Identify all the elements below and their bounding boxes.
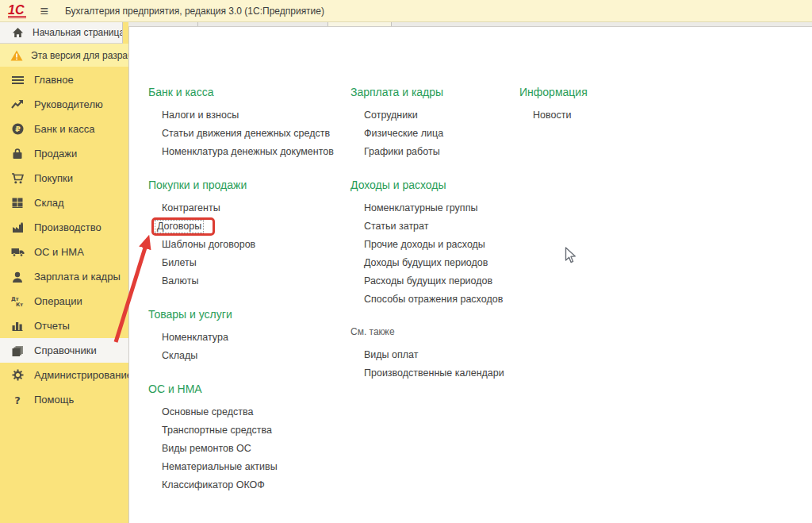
sidebar-item-label: Зарплата и кадры [34,271,121,283]
dev-version-warning[interactable]: Эта версия для разработ [0,44,128,67]
sidebar-item-bank-i-kassa[interactable]: ₽ Банк и касса [0,117,128,141]
sidebar-item-glavnoe[interactable]: Главное [0,67,128,92]
menu-link[interactable]: Налоги и взносы [148,106,334,125]
sidebar-item-proizvodstvo[interactable]: Производство [0,215,128,240]
sidebar-item-label: Операции [34,295,82,307]
section-title: ОС и НМА [148,382,334,396]
warning-label: Эта версия для разработ [31,50,128,61]
section-os-i-nma: ОС и НМА Основные средства Транспортные … [148,382,334,494]
menu-link[interactable]: Контрагенты [148,199,334,217]
section-title: Зарплата и кадры [350,85,504,99]
menu-link[interactable]: Доходы будущих периодов [350,254,504,272]
sidebar-item-pokupki[interactable]: Покупки [0,166,128,190]
section-title: Доходы и расходы [350,178,504,192]
menu-link[interactable]: Шаблоны договоров [148,236,334,254]
svg-text:Кт: Кт [16,302,23,307]
menu-link[interactable]: Способы отражения расходов [350,290,504,309]
section-title: Информация [519,85,588,99]
annotation-highlight-box: Договоры [151,217,215,236]
menu-link[interactable]: Виды ремонтов ОС [148,440,334,458]
menu-lines-icon [10,74,25,87]
menu-link[interactable]: Билеты [148,254,334,272]
sidebar-item-label: Отчеты [34,320,70,332]
section-informaciya: Информация Новости [519,85,588,125]
sidebar-item-label: Производство [34,221,102,233]
menu-link[interactable]: Валюты [148,272,334,290]
main-menu-icon[interactable]: ≡ [40,4,48,18]
sidebar-item-label: Покупки [34,172,73,184]
menu-link[interactable]: Номенклатурные группы [350,199,504,217]
cart-icon [10,172,25,185]
sidebar-item-label: Администрирование [34,369,128,381]
person-icon [10,271,25,283]
warning-icon [10,49,24,62]
sidebar-item-zarplata-i-kadry[interactable]: Зарплата и кадры [0,264,128,289]
sidebar-item-prodazhi[interactable]: Продажи [0,141,128,166]
menu-column-2: Зарплата и кадры Сотрудники Физические л… [350,85,504,399]
section-dohody-i-rashody: Доходы и расходы Номенклатурные группы С… [350,178,504,309]
section-title: Покупки и продажи [148,178,334,192]
menu-link[interactable]: Склады [148,347,334,365]
tab-home-page[interactable]: Начальная страница [0,22,123,44]
section-title: См. также [350,325,504,338]
home-tab-label: Начальная страница [33,27,123,38]
focused-link-label[interactable]: Договоры [155,220,204,233]
bar-chart-icon [10,320,25,333]
menu-link[interactable]: Виды оплат [350,346,504,364]
menu-link-dogovory[interactable]: Договоры [148,217,334,236]
section-title: Банк и касса [148,85,334,99]
sidebar-item-rukovoditelyu[interactable]: Руководителю [0,92,128,117]
1c-logo-icon: 1С [8,4,26,18]
menu-link[interactable]: Статьи движения денежных средств [148,125,334,143]
menu-link[interactable]: Основные средства [148,403,334,421]
menu-link[interactable]: Номенклатура [148,329,334,347]
gear-icon [10,369,25,382]
sidebar-nav: Главное Руководителю ₽ Банк и касса Прод… [0,67,128,412]
menu-link[interactable]: Графики работы [350,143,504,161]
menu-link[interactable]: Прочие доходы и расходы [350,236,504,254]
menu-link[interactable]: Физические лица [350,125,504,143]
svg-text:₽: ₽ [15,125,21,133]
books-icon [10,344,25,357]
section-pokupki-i-prodazhi: Покупки и продажи Контрагенты Договоры Ш… [148,178,334,290]
pallet-icon [10,197,25,210]
dt-kt-icon: ДтКт [10,295,25,308]
factory-icon [10,221,25,234]
section-bank-i-kassa: Банк и касса Налоги и взносы Статьи движ… [148,85,334,161]
sidebar-item-label: Склад [34,197,64,209]
menu-link[interactable]: Сотрудники [350,106,504,125]
sidebar-item-spravochniki[interactable]: Справочники [0,338,128,363]
sidebar-item-os-i-nma[interactable]: ОС и НМА [0,240,128,264]
menu-link[interactable]: Расходы будущих периодов [350,272,504,290]
section-zarplata-i-kadry: Зарплата и кадры Сотрудники Физические л… [350,85,504,161]
sidebar-item-label: Продажи [34,148,77,160]
menu-link[interactable]: Транспортные средства [148,421,334,440]
menu-link[interactable]: Классификатор ОКОФ [148,476,334,494]
section-tovary-i-uslugi: Товары и услуги Номенклатура Склады [148,307,334,365]
menu-link[interactable]: Статьи затрат [350,217,504,236]
sidebar-item-label: Главное [34,74,74,86]
sidebar-item-label: Справочники [34,344,97,356]
menu-link[interactable]: Нематериальные активы [148,458,334,476]
menu-link[interactable]: Производственные календари [350,364,504,383]
title-bar: 1С ≡ Бухгалтерия предприятия, редакция 3… [0,0,812,22]
sidebar-item-operacii[interactable]: ДтКт Операции [0,289,128,313]
menu-column-3: Информация Новости [519,85,588,141]
sidebar-item-sklad[interactable]: Склад [0,190,128,215]
trend-chart-icon [10,98,25,111]
sidebar-item-label: Помощь [34,394,74,406]
sidebar-item-administrirovanie[interactable]: Администрирование [0,363,128,387]
ruble-circle-icon: ₽ [10,123,25,136]
sidebar: Начальная страница Эта версия для разраб… [0,22,128,523]
truck-icon [10,246,25,259]
sidebar-item-label: Руководителю [34,98,103,110]
bag-icon [10,148,25,160]
menu-link[interactable]: Новости [519,106,588,125]
section-sm-takzhe: См. также Виды оплат Производственные ка… [350,325,504,383]
section-title: Товары и услуги [148,307,334,321]
sidebar-item-otchety[interactable]: Отчеты [0,313,128,338]
sidebar-item-pomoshch[interactable]: ? Помощь [0,387,128,412]
menu-link[interactable]: Номенклатура денежных документов [148,143,334,161]
menu-column-1: Банк и касса Налоги и взносы Статьи движ… [148,85,334,511]
window-title: Бухгалтерия предприятия, редакция 3.0 (1… [65,6,324,17]
